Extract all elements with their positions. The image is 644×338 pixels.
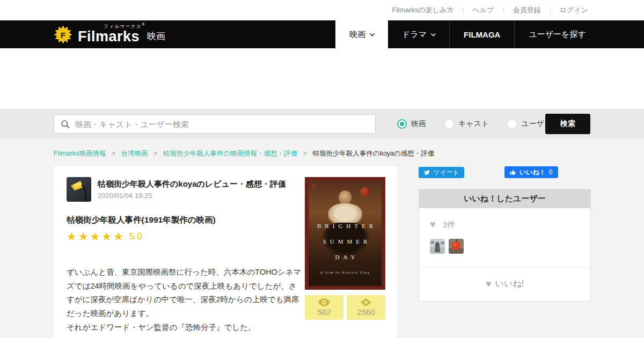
breadcrumb-link-home[interactable]: Filmarks映画情報	[54, 150, 106, 157]
review-paragraph: ずいぶんと昔、東京国際映画祭に行った時、六本木のTOHOシネマズでは24時間映画…	[67, 266, 303, 335]
nav-menu: 映画 ドラマ FILMAGA ユーザーを探す	[335, 20, 600, 48]
search-band: 映画 キャスト ユーザー 検索	[0, 109, 644, 138]
link-login[interactable]: ログイン	[560, 5, 588, 15]
views-count: 582	[317, 307, 331, 317]
heart-icon: ♥	[430, 219, 436, 230]
breadcrumb-link-taiwan[interactable]: 台湾映画	[121, 150, 148, 157]
nav-tab-dramas-label: ドラマ	[402, 30, 427, 40]
chevron-down-icon	[431, 31, 436, 36]
radio-circle	[507, 119, 517, 129]
castle-avatar-image	[430, 239, 445, 254]
poster-title-line: DAY	[309, 254, 382, 260]
review-body: ずいぶんと昔、東京国際映画祭に行った時、六本木のTOHOシネマズでは24時間映画…	[67, 252, 303, 338]
criterion-mark: C	[312, 182, 317, 190]
brand-wordmark: Filmarks	[78, 28, 140, 45]
radio-cast-label: キャスト	[458, 119, 489, 129]
liked-users-box: いいね！したユーザー ♥ 2件	[419, 189, 591, 302]
facebook-like-count: 0	[549, 168, 553, 176]
svg-text:F: F	[61, 30, 65, 39]
breadcrumb-separator: >	[303, 150, 307, 157]
rating-value: 5.0	[129, 231, 142, 242]
link-help[interactable]: ヘルプ	[473, 5, 494, 15]
brand-furigana: フィルマークス®	[104, 23, 145, 30]
search-icon	[61, 120, 70, 129]
radio-movies[interactable]: 映画	[397, 119, 426, 129]
poster-artwork: C BRIGHTER SUMMER DAY A film by Edward Y…	[309, 181, 382, 286]
clips-badge: 2560	[347, 295, 385, 320]
stats-badges: 582 2560	[305, 295, 385, 320]
nav-tab-movies-label: 映画	[349, 30, 365, 40]
thumbs-up-icon	[510, 169, 516, 175]
divider: |	[550, 6, 551, 14]
sun-logo-icon: F	[54, 25, 72, 44]
search-box	[54, 114, 376, 134]
liked-users-body: ♥ 2件	[419, 208, 590, 267]
brand-suffix-movie: 映画	[147, 27, 165, 42]
liked-user-avatar-apple[interactable]	[449, 239, 464, 254]
search-button[interactable]: 検索	[545, 114, 590, 134]
breadcrumb-separator: >	[153, 150, 157, 157]
review-date: 2020/01/04 19:25	[98, 192, 286, 200]
main-navbar: F フィルマークス® Filmarks 映画 映画 ドラマ FILMAGA ユー…	[0, 20, 644, 48]
poster-credit: A film by Edward Yang	[309, 270, 382, 274]
movie-poster[interactable]: C BRIGHTER SUMMER DAY A film by Edward Y…	[305, 177, 385, 290]
clip-plus-icon	[361, 298, 371, 306]
nav-tab-dramas[interactable]: ドラマ	[388, 20, 449, 48]
nav-tab-find-users[interactable]: ユーザーを探す	[514, 20, 599, 48]
star-rating-icons: ★★★★★	[67, 230, 125, 243]
filmarks-logo[interactable]: F フィルマークス® Filmarks 映画	[54, 24, 165, 45]
breadcrumb-link-movie[interactable]: 牯嶺街少年殺人事件の映画情報・感想・評価	[163, 150, 297, 157]
nav-tab-find-users-label: ユーザーを探す	[529, 30, 586, 40]
nav-tab-filmaga-label: FILMAGA	[464, 30, 500, 39]
link-signup[interactable]: 会員登録	[513, 5, 541, 15]
review-card: 牯嶺街少年殺人事件のkoyaのレビュー・感想・評価 2020/01/04 19:…	[54, 166, 397, 338]
radio-movies-label: 映画	[411, 119, 426, 129]
top-utility-bar: Filmarksの楽しみ方 | ヘルプ | 会員登録 | ログイン	[0, 0, 644, 20]
like-count: 2件	[443, 220, 455, 229]
link-how-to-enjoy[interactable]: Filmarksの楽しみ方	[392, 5, 453, 15]
like-button[interactable]: ♥ いいね!	[419, 267, 590, 301]
tweet-button[interactable]: ツイート	[419, 167, 464, 178]
apple-avatar-image	[449, 239, 464, 254]
radio-circle-selected	[397, 119, 407, 129]
like-button-label: いいね!	[495, 278, 524, 290]
divider: |	[462, 6, 464, 14]
breadcrumb: Filmarks映画情報 > 台湾映画 > 牯嶺街少年殺人事件の映画情報・感想・…	[54, 149, 434, 158]
poster-title-line: BRIGHTER	[309, 223, 382, 229]
reviewer-avatar[interactable]	[67, 177, 91, 202]
twitter-bird-icon	[423, 169, 430, 176]
breadcrumb-current: 牯嶺街少年殺人事件のkoyaの感想・評価	[312, 150, 434, 157]
radio-cast[interactable]: キャスト	[444, 119, 489, 129]
tweet-button-label: ツイート	[433, 168, 459, 177]
views-badge: 582	[305, 295, 343, 320]
liked-user-avatar-castle[interactable]	[430, 239, 445, 254]
search-input[interactable]	[75, 120, 369, 129]
avatar-streetlamp-image	[67, 177, 91, 202]
poster-red-dot	[360, 187, 369, 196]
review-title: 牯嶺街少年殺人事件のkoyaのレビュー・感想・評価	[98, 179, 286, 189]
liked-users-title: いいね！したユーザー	[419, 189, 590, 208]
nav-tab-filmaga[interactable]: FILMAGA	[449, 20, 514, 48]
poster-figure-head	[339, 190, 352, 204]
facebook-like-button[interactable]: いいね！ 0	[504, 166, 558, 178]
radio-circle	[444, 119, 454, 129]
facebook-like-label: いいね！	[519, 168, 546, 177]
breadcrumb-separator: >	[112, 150, 115, 157]
chevron-down-icon	[370, 31, 375, 36]
clips-count: 2560	[357, 307, 375, 317]
poster-title-line: SUMMER	[309, 238, 382, 245]
divider: |	[503, 6, 504, 14]
heart-icon: ♥	[486, 278, 492, 290]
eye-icon	[318, 298, 330, 306]
search-type-radios: 映画 キャスト ユーザー	[397, 109, 552, 138]
liked-avatars-row	[430, 239, 580, 254]
nav-tab-movies[interactable]: 映画	[335, 20, 388, 48]
